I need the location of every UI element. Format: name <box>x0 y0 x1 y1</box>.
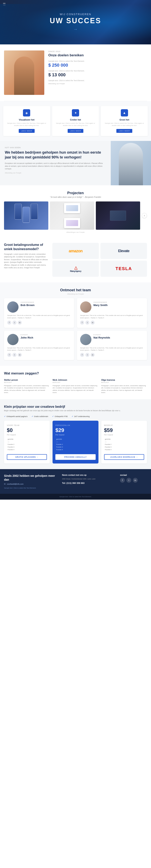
social-linkedin-nat[interactable]: in <box>90 353 95 357</box>
team-info-mary: ONDERNEMER Mary Smith <box>93 301 144 313</box>
goals-sample-3: Sample text. Click to select the Text El… <box>48 80 147 82</box>
pricing-period-business: Per maand <box>104 434 144 436</box>
pricing-period-personal: Per maand <box>55 434 96 436</box>
footer-phone[interactable]: Tel: (111) 360 336 663 <box>62 482 116 484</box>
pricing-card-business: Bedrijf $59 Per maand gerichte — Functie… <box>101 421 147 463</box>
footer-email[interactable]: voorbeeld@info.com <box>7 483 24 485</box>
pricing-btn-personal[interactable]: Proceed Annually <box>55 454 96 460</box>
feature-sample-2: Sample text. Click to select the Text bo… <box>54 122 97 127</box>
testimonial-text-2: Paragraph. Lorem ipsum dolor sit amet, c… <box>52 384 98 394</box>
payment-text: Paragraph. Lorem ipsum dolor sit amet, c… <box>4 253 48 269</box>
social-facebook-john[interactable]: f <box>7 353 11 357</box>
team-card-nat-header: EXPERT Nat Reynolds <box>80 334 144 345</box>
testimonial-photo <box>111 141 151 185</box>
testimonial-quote: We hebben bedrijven geholpen hun omzet i… <box>5 150 106 160</box>
feature-title-3: Groei het <box>103 119 145 121</box>
team-role-john: EXPERT <box>21 334 71 336</box>
goals-sample-2: Sample text. Click to select the Text El… <box>48 70 147 72</box>
team-name-bob: Bob Brown <box>21 304 71 307</box>
goals-sample-1: Sample text. Click to select the Text El… <box>48 60 147 62</box>
goals-image-note: Afbeelding van Freepik <box>48 83 147 85</box>
team-card-john-header: EXPERT John Rich <box>7 334 71 345</box>
social-linkedin-john[interactable]: in <box>18 353 22 357</box>
team-name-nat: Nat Reynolds <box>93 336 144 339</box>
hero-section: ☰ wij construeren UW SUCCES → <box>0 0 151 44</box>
footer-contact: Neem contact met ons op 2000 Straat, Voo… <box>62 474 116 484</box>
social-twitter-bob[interactable]: t <box>12 320 16 324</box>
social-twitter-john[interactable]: t <box>12 353 16 357</box>
social-facebook-mary[interactable]: f <box>80 320 84 324</box>
pricing-btn-business[interactable]: Jaarlijks doorgaan → <box>104 454 144 460</box>
footer-since-content: Sinds 2002 hebben we geholpen meer dan ✉… <box>4 474 58 489</box>
mini-phone-1 <box>14 204 22 220</box>
pricing-section: Klein prijsplan voor uw creatieve bedrij… <box>0 399 151 469</box>
social-icon-facebook[interactable]: f <box>120 478 125 483</box>
goals-label: SINCE 2010 <box>48 51 147 53</box>
testimonial-role-1: BEROEP <box>4 381 50 383</box>
pricing-period-team: Per maand <box>7 434 47 436</box>
social-linkedin-bob[interactable]: in <box>18 320 22 324</box>
check-icon-1: ✓ <box>4 415 6 417</box>
avatar-nat <box>80 334 91 345</box>
pricing-item-business-1: gerichte <box>104 438 144 440</box>
team-socials-mary: f t in <box>80 320 144 324</box>
social-facebook-bob[interactable]: f <box>7 320 11 324</box>
feature-btn-3[interactable]: LEES MEER <box>116 129 132 133</box>
team-card-mary-header: ONDERNEMER Mary Smith <box>80 301 144 313</box>
team-role-nat: EXPERT <box>93 334 144 336</box>
pricing-cards: Voor team $0 Per maand gerichte — Functi… <box>4 421 147 463</box>
testimonial-card-1: Stella Larson BEROEP Paragraph. Lorem ip… <box>4 379 50 394</box>
pricing-feature-label-3: Onbeperkt #795 <box>54 415 68 417</box>
carousel-next-arrow[interactable]: › <box>142 213 147 218</box>
footer-contact-label: Neem contact met ons op <box>62 474 116 476</box>
social-icon-twitter[interactable]: t <box>126 478 131 483</box>
project-card-3[interactable] <box>96 202 140 230</box>
pricing-item-team-2: — <box>7 441 47 443</box>
goals-value-2: $ 13 000 <box>48 72 147 78</box>
feature-card-3: ▲ Groei het Sample text. Click to select… <box>101 106 148 136</box>
team-name-mary: Mary Smith <box>93 304 144 307</box>
social-twitter-mary[interactable]: t <box>85 320 89 324</box>
team-card-bob: ONDERNEMER Bob Brown Sample text. This i… <box>4 298 74 328</box>
pricing-btn-team[interactable]: Gratis uploaden → <box>7 454 47 460</box>
hero-arrow[interactable]: → <box>73 27 78 32</box>
project-card-2[interactable] <box>50 202 94 230</box>
pricing-desc: Begin vandaag met het gebruik van onze a… <box>4 409 147 412</box>
feature-btn-1[interactable]: LEES MEER <box>19 129 35 133</box>
pricing-item-personal-1: gerichte <box>55 438 96 440</box>
pricing-item-business-4: Functie 3 <box>104 446 144 448</box>
pricing-feature-label-4: 24/7 ondersteuning <box>74 415 89 417</box>
feature-icon-2: ✦ <box>72 109 79 117</box>
payment-section: Groot betalingsvolume of uniek businessm… <box>0 237 151 282</box>
team-socials-john: f t in <box>7 353 71 357</box>
goals-stat-2: Sample text. Click to select the Text El… <box>48 70 147 78</box>
pricing-item-personal-2: — <box>55 441 96 443</box>
pricing-feature-label-1: Onbeperkt aantal pagina's <box>6 415 28 417</box>
pricing-price-team: $0 <box>7 427 47 433</box>
team-role-mary: ONDERNEMER <box>93 301 144 303</box>
pricing-card-personal: persoonlijk $29 Per maand gerichte — Fun… <box>52 421 98 463</box>
logo-amazon: amazon <box>52 243 99 259</box>
email-icon: ✉ <box>4 483 6 485</box>
testimonials-heading: Wat mensen zeggen? <box>4 371 147 375</box>
feature-sample-3: Sample text. Click to select the Text bo… <box>103 122 145 127</box>
footer-since-section: Sinds 2002 hebben we geholpen meer dan ✉… <box>0 469 151 494</box>
testimonial-content: IUIT VAN DOEN We hebben bedrijven geholp… <box>0 141 111 185</box>
social-linkedin-mary[interactable]: in <box>90 320 95 324</box>
project-note: Afbeeldingen van Freepik <box>4 231 147 233</box>
pricing-item-business-2: — <box>104 441 144 443</box>
social-twitter-nat[interactable]: t <box>85 353 89 357</box>
team-socials-bob: f t in <box>7 320 71 324</box>
testimonial-label: IUIT VAN DOEN <box>5 147 106 149</box>
project-card-1[interactable] <box>4 202 48 230</box>
social-facebook-nat[interactable]: f <box>80 353 84 357</box>
testimonial-text: Excepteur sint occaecat cupidatat non pr… <box>5 162 106 170</box>
feature-btn-2[interactable]: LEES MEER <box>68 129 83 133</box>
footer-bottom: Sample text. Click to select the Text El… <box>0 494 151 500</box>
pricing-feature-label-2: Gratis subdomain <box>34 415 48 417</box>
features-section: ◈ Visualiseer het Sample text. Click to … <box>0 101 151 141</box>
pricing-price-business: $59 <box>104 427 144 433</box>
testimonial-text-1: Paragraph. Lorem ipsum dolor sit amet, c… <box>4 384 50 394</box>
pricing-price-personal: $29 <box>55 427 96 433</box>
social-icon-instagram[interactable]: in <box>133 478 138 483</box>
